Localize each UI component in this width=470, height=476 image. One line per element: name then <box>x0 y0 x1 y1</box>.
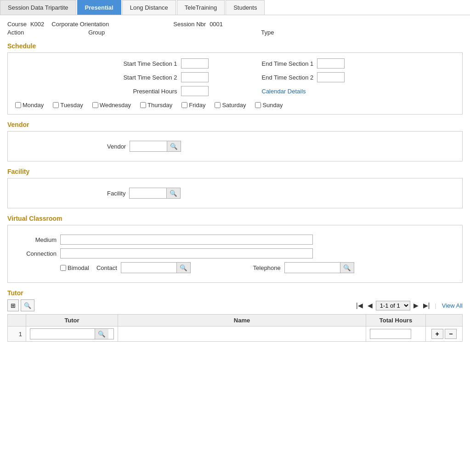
schedule-grid: Start Time Section 1 End Time Section 1 … <box>15 58 455 109</box>
vendor-row: Vendor 🔍 <box>15 137 455 155</box>
tutor-grid-button[interactable]: ⊞ <box>7 299 19 311</box>
tutor-header-row: Tutor Name Total Hours <box>8 315 463 327</box>
telephone-input[interactable] <box>285 263 340 273</box>
tutor-col-name: Name <box>118 315 366 327</box>
end-time-1-group: End Time Section 1 <box>234 58 455 69</box>
calendar-details-link[interactable]: Calendar Details <box>262 88 306 95</box>
group-field: Group <box>88 29 105 36</box>
saturday-checkbox[interactable] <box>215 102 221 108</box>
tab-teletraining[interactable]: TeleTraining <box>177 0 225 15</box>
session-nbr-label: Session Nbr <box>173 21 206 28</box>
vendor-input[interactable] <box>130 141 167 151</box>
tab-presential[interactable]: Presential <box>77 0 121 15</box>
vc-connection-row: Connection <box>15 248 455 258</box>
facility-search-icon: 🔍 <box>170 190 177 197</box>
schedule-title: Schedule <box>7 42 463 50</box>
tutor-col-actions <box>426 315 463 327</box>
telephone-label: Telephone <box>253 264 281 271</box>
bimodal-checkbox[interactable] <box>60 265 66 271</box>
tutor-row-search-button[interactable]: 🔍 <box>95 329 108 339</box>
add-row-button[interactable]: + <box>431 329 443 339</box>
start-time-1-label: Start Time Section 1 <box>123 60 177 67</box>
day-wednesday: Wednesday <box>92 102 131 109</box>
tutor-title: Tutor <box>7 289 463 297</box>
tutor-search-icon: 🔍 <box>24 302 31 309</box>
course-action-row: Action Group Type <box>7 29 463 36</box>
pipe-separator: | <box>435 302 436 309</box>
facility-label: Facility <box>107 190 125 197</box>
tutor-input[interactable] <box>30 329 95 339</box>
day-saturday: Saturday <box>215 102 246 109</box>
day-tuesday: Tuesday <box>53 102 83 109</box>
course-field: Course K002 Corporate Orientation <box>7 21 109 28</box>
end-time-1-label: End Time Section 1 <box>262 60 314 67</box>
day-sunday: Sunday <box>255 102 283 109</box>
tutor-input-cell: 🔍 <box>26 327 118 342</box>
vendor-title: Vendor <box>7 121 463 128</box>
telephone-search-icon: 🔍 <box>343 264 351 271</box>
monday-checkbox[interactable] <box>15 102 21 108</box>
last-page-button[interactable]: ▶| <box>422 302 431 309</box>
tutor-col-num <box>8 315 26 327</box>
end-time-2-label: End Time Section 2 <box>262 74 314 81</box>
schedule-row-1: Start Time Section 1 End Time Section 1 <box>15 58 455 69</box>
course-info-row: Course K002 Corporate Orientation Sessio… <box>7 21 463 28</box>
tab-session-data-tripartite[interactable]: Session Data Tripartite <box>0 0 76 15</box>
session-nbr-field: Session Nbr 0001 <box>173 21 223 28</box>
friday-label: Friday <box>189 102 205 109</box>
end-time-2-input[interactable] <box>317 72 345 82</box>
end-time-1-input[interactable] <box>317 58 345 69</box>
sunday-checkbox[interactable] <box>255 102 261 108</box>
start-time-1-input[interactable] <box>181 58 209 69</box>
tutor-hours-input[interactable] <box>370 329 411 339</box>
vendor-input-wrap: 🔍 <box>130 141 181 152</box>
friday-checkbox[interactable] <box>181 102 187 108</box>
facility-search-button[interactable]: 🔍 <box>166 188 180 198</box>
tutor-row-search-icon: 🔍 <box>98 331 106 338</box>
start-time-2-input[interactable] <box>181 72 209 82</box>
facility-title: Facility <box>7 168 463 175</box>
view-all-link[interactable]: View All <box>442 302 463 309</box>
tutor-row: 1 🔍 + − <box>8 327 463 342</box>
telephone-wrap: Telephone 🔍 <box>253 262 354 273</box>
vendor-search-button[interactable]: 🔍 <box>167 141 181 151</box>
tuesday-checkbox[interactable] <box>53 102 59 108</box>
schedule-row-3: Presential Hours Calendar Details <box>15 86 455 96</box>
first-page-button[interactable]: |◀ <box>355 302 364 309</box>
bimodal-wrap: Bimodal <box>60 264 89 271</box>
tutor-search-button[interactable]: 🔍 <box>21 299 34 311</box>
start-time-2-group: Start Time Section 2 <box>15 72 227 82</box>
telephone-search-button[interactable]: 🔍 <box>340 263 354 273</box>
schedule-row-2: Start Time Section 2 End Time Section 2 <box>15 72 455 82</box>
vc-connection-input[interactable] <box>60 248 313 258</box>
vendor-search-icon: 🔍 <box>170 143 178 150</box>
tab-long-distance[interactable]: Long Distance <box>122 0 176 15</box>
presential-hours-group: Presential Hours <box>15 86 227 96</box>
prev-page-button[interactable]: ◀ <box>366 302 374 309</box>
tab-students[interactable]: Students <box>226 0 265 15</box>
monday-label: Monday <box>23 102 44 109</box>
telephone-input-wrap: 🔍 <box>284 262 354 273</box>
days-row: Monday Tuesday Wednesday Thursday Friday <box>15 102 455 109</box>
remove-row-button[interactable]: − <box>445 329 457 339</box>
wednesday-checkbox[interactable] <box>92 102 98 108</box>
vc-medium-input[interactable] <box>60 235 313 245</box>
contact-search-button[interactable]: 🔍 <box>176 263 190 273</box>
course-name: Corporate Orientation <box>51 21 109 28</box>
next-page-button[interactable]: ▶ <box>412 302 420 309</box>
thursday-checkbox[interactable] <box>140 102 146 108</box>
tutor-table: Tutor Name Total Hours 1 🔍 <box>7 314 463 342</box>
facility-section: Facility 🔍 <box>7 178 463 208</box>
facility-input[interactable] <box>130 188 166 198</box>
contact-input-wrap: 🔍 <box>121 262 191 273</box>
tutor-action-buttons: + − <box>426 327 463 342</box>
contact-wrap: Contact 🔍 <box>96 262 191 273</box>
action-label: Action <box>7 29 24 36</box>
grid-icon: ⊞ <box>11 302 16 309</box>
page-select[interactable]: 1-1 of 1 <box>376 301 410 310</box>
type-field: Type <box>261 29 274 36</box>
presential-hours-input[interactable] <box>181 86 209 96</box>
vc-medium-label: Medium <box>15 236 57 243</box>
contact-input[interactable] <box>121 263 176 273</box>
vendor-label: Vendor <box>107 143 126 150</box>
